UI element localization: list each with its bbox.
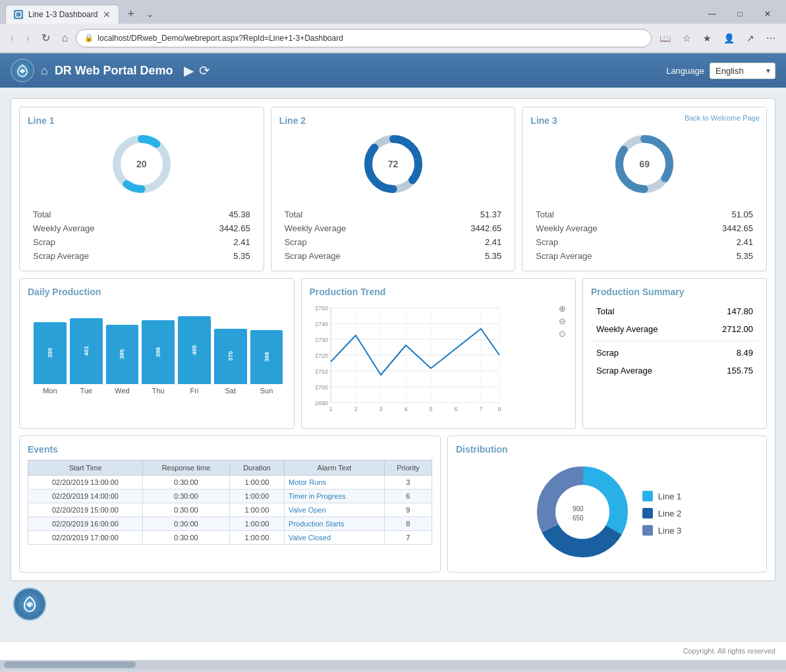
- events-title: Events: [28, 444, 432, 455]
- refresh-btn[interactable]: ↻: [38, 29, 54, 47]
- svg-text:8: 8: [497, 406, 501, 412]
- sync-btn[interactable]: ⟳: [199, 63, 210, 78]
- distribution-legend: Line 1 Line 2 Line 3: [642, 491, 681, 536]
- app-title: DR Web Portal Demo: [55, 64, 173, 78]
- zoom-out-btn[interactable]: ⊖: [559, 316, 566, 327]
- svg-text:900: 900: [573, 505, 584, 513]
- tab-menu-btn[interactable]: ⌄: [142, 7, 158, 20]
- language-label: Language: [666, 66, 704, 76]
- bar-wed: 385 Wed: [106, 325, 139, 395]
- svg-text:2750: 2750: [314, 305, 327, 312]
- portal-home-btn[interactable]: ⌂: [41, 64, 48, 78]
- address-bar[interactable]: 🔒 localhost/DRweb_Demo/webreport.aspx?Re…: [76, 29, 652, 47]
- collections-btn[interactable]: ★: [699, 30, 716, 46]
- line3-weekly-row: Weekly Average 3442.65: [530, 221, 758, 235]
- summary-scrap-row: Scrap 8.49: [591, 344, 758, 362]
- zoom-reset-btn[interactable]: ⊙: [559, 329, 566, 340]
- profile-btn[interactable]: 👤: [719, 30, 739, 46]
- alarm-text-1[interactable]: Motor Runs: [285, 476, 385, 490]
- back-btn[interactable]: ‹: [7, 30, 18, 47]
- daily-prod-title: Daily Production: [28, 287, 286, 297]
- scrollbar-thumb[interactable]: [4, 661, 136, 668]
- bar-chart: 390 Mon 401 Tue 385: [28, 302, 286, 395]
- line3-donut-container: 69: [530, 131, 758, 197]
- svg-text:2710: 2710: [314, 368, 327, 375]
- line2-panel: Line 2 72 Total 51.37 Weekly Averag: [271, 107, 516, 271]
- daily-production-panel: Daily Production 390 Mon 401: [19, 278, 295, 429]
- language-wrapper: English German French Spanish: [710, 63, 775, 79]
- security-icon: 🔒: [84, 34, 94, 42]
- bar-mon: 390 Mon: [34, 322, 67, 395]
- copyright-text: Copyright. All rights reserved: [683, 647, 775, 655]
- alarm-text-4[interactable]: Production Starts: [285, 517, 385, 531]
- alarm-text-5[interactable]: Valve Closed: [285, 531, 385, 545]
- distribution-title: Distribution: [456, 444, 758, 455]
- line3-scrap-row: Scrap 2.41: [530, 235, 758, 249]
- zoom-in-btn[interactable]: ⊕: [559, 304, 566, 315]
- svg-text:2: 2: [354, 406, 357, 412]
- language-select[interactable]: English German French Spanish: [710, 63, 775, 79]
- line3-scrap-avg-row: Scrap Average 5.35: [530, 249, 758, 263]
- line1-total-row: Total 45.38: [28, 208, 256, 221]
- bar-tue: 401 Tue: [70, 318, 103, 395]
- back-to-welcome-link[interactable]: Back to Welcome Page: [685, 114, 760, 122]
- dashboard: Line 1 20 Total 45.38 Weekly Averag: [11, 98, 775, 581]
- prod-summary-title: Production Summary: [591, 287, 758, 297]
- line3-panel: Line 3 Back to Welcome Page 69 Total 51.…: [522, 107, 767, 271]
- home-btn[interactable]: ⌂: [58, 30, 72, 47]
- alarm-text-3[interactable]: Valve Open: [285, 503, 385, 517]
- favorite-btn[interactable]: ☆: [679, 30, 695, 46]
- events-table: Start Time Response time Duration Alarm …: [28, 460, 432, 545]
- prod-trend-title: Production Trend: [310, 287, 568, 297]
- new-tab-btn[interactable]: +: [122, 6, 140, 22]
- svg-point-1: [21, 70, 24, 73]
- bar-sat: 370 Sat: [214, 329, 247, 395]
- tab-close-btn[interactable]: ✕: [103, 9, 111, 20]
- event-row-4: 02/20/2019 16:00:00 0:30:00 1:00:00 Prod…: [28, 517, 432, 531]
- line1-scrap-row: Scrap 2.41: [28, 235, 256, 249]
- maximize-btn[interactable]: □: [727, 4, 753, 24]
- legend-color-line1: [642, 491, 653, 501]
- svg-text:1: 1: [329, 406, 332, 412]
- event-row-5: 02/20/2019 17:00:00 0:30:00 1:00:00 Valv…: [28, 531, 432, 545]
- active-tab[interactable]: Line 1-3 Dashboard ✕: [5, 5, 119, 24]
- forward-btn[interactable]: ›: [22, 30, 33, 47]
- line3-donut: 69: [611, 131, 677, 197]
- event-row-1: 02/20/2019 13:00:00 0:30:00 1:00:00 Moto…: [28, 476, 432, 490]
- bar-fri: 405 Fri: [178, 316, 211, 395]
- nav-bar: ‹ › ↻ ⌂ 🔒 localhost/DRweb_Demo/webreport…: [0, 24, 786, 53]
- summary-total-row: Total 147.80: [591, 302, 758, 320]
- app-header: ⌂ DR Web Portal Demo ▶ ⟳ Language Englis…: [0, 53, 786, 88]
- summary-scrap-avg-row: Scrap Average 155.75: [591, 362, 758, 379]
- middle-row: Daily Production 390 Mon 401: [19, 278, 767, 429]
- close-btn[interactable]: ✕: [754, 4, 781, 24]
- footer-logo[interactable]: [13, 588, 46, 621]
- reader-mode-btn[interactable]: 📖: [656, 30, 675, 46]
- bar-thu: 398 Thu: [142, 320, 175, 395]
- minimize-btn[interactable]: —: [699, 4, 725, 24]
- line2-donut: 72: [360, 131, 426, 197]
- summary-weekly-row: Weekly Average 2712.00: [591, 320, 758, 338]
- svg-text:2740: 2740: [314, 321, 327, 327]
- svg-text:2720: 2720: [314, 352, 327, 359]
- alarm-text-2[interactable]: Timer in Progress: [285, 490, 385, 503]
- svg-text:4: 4: [404, 406, 407, 412]
- share-btn[interactable]: ↗: [743, 30, 758, 46]
- app-logo[interactable]: [11, 59, 34, 82]
- settings-btn[interactable]: ⋯: [762, 30, 779, 46]
- line1-donut-container: 20: [28, 131, 256, 197]
- col-start-time: Start Time: [28, 461, 143, 476]
- events-header-row: Start Time Response time Duration Alarm …: [28, 461, 432, 476]
- tab-bar: Line 1-3 Dashboard ✕ + ⌄ — □ ✕: [0, 0, 786, 24]
- distribution-content: 900 650 Line 1 Line 2: [456, 462, 758, 564]
- production-summary-panel: Production Summary Total 147.80 Weekly A…: [582, 278, 767, 429]
- top-row: Line 1 20 Total 45.38 Weekly Averag: [19, 107, 767, 271]
- line1-title: Line 1: [28, 115, 256, 126]
- svg-rect-0: [16, 12, 21, 17]
- event-row-3: 02/20/2019 15:00:00 0:30:00 1:00:00 Valv…: [28, 503, 432, 517]
- event-row-2: 02/20/2019 14:00:00 0:30:00 1:00:00 Time…: [28, 490, 432, 503]
- line1-donut-value: 20: [136, 159, 147, 169]
- scrollbar[interactable]: [0, 660, 786, 669]
- svg-text:650: 650: [573, 515, 584, 522]
- play-btn[interactable]: ▶: [184, 63, 194, 78]
